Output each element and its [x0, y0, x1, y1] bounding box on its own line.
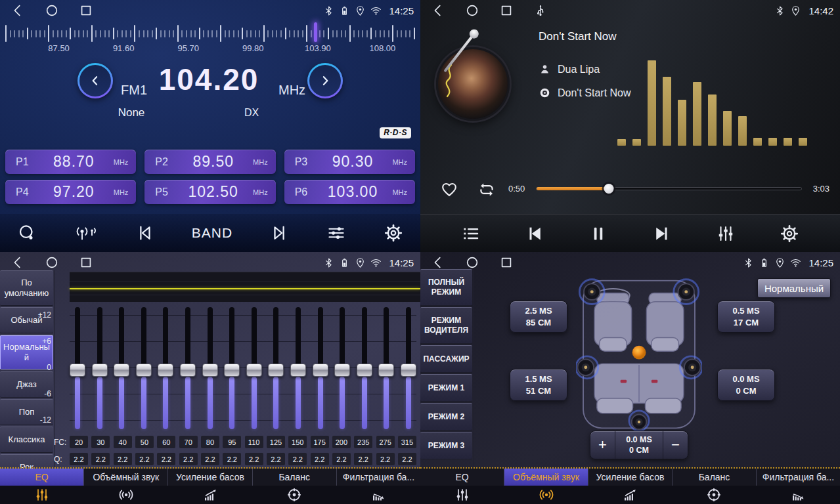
- seek-down-button[interactable]: [77, 63, 113, 98]
- q-value-cell[interactable]: 2.2: [201, 453, 219, 465]
- eq-band-slider-50[interactable]: [136, 306, 152, 430]
- tab-2[interactable]: Объёмный звук: [504, 469, 588, 486]
- eq-band-slider-20[interactable]: [70, 306, 85, 430]
- tab-icon-cell-3[interactable]: [168, 487, 252, 503]
- staging-mode-4[interactable]: РЕЖИМ 1: [420, 374, 472, 402]
- slider-handle[interactable]: [224, 364, 240, 377]
- previous-track-icon[interactable]: [525, 224, 544, 243]
- q-value-cell[interactable]: 2.2: [311, 453, 329, 465]
- slider-handle[interactable]: [92, 364, 108, 377]
- home-icon[interactable]: [45, 3, 59, 18]
- q-value-cell[interactable]: 2.2: [332, 453, 351, 465]
- q-value-cell[interactable]: 2.2: [376, 453, 395, 465]
- tab-icon-cell-1[interactable]: [0, 487, 84, 503]
- q-value-cell[interactable]: 2.2: [179, 453, 198, 465]
- scan-icon[interactable]: [17, 223, 37, 243]
- playlist-icon[interactable]: [461, 224, 481, 243]
- slider-handle[interactable]: [158, 364, 173, 377]
- eq-band-slider-40[interactable]: [114, 306, 129, 430]
- staging-mode-3[interactable]: ПАССАЖИР: [420, 345, 472, 373]
- eq-band-slider-95[interactable]: [224, 306, 240, 430]
- recents-icon[interactable]: [499, 3, 514, 18]
- fc-value-cell[interactable]: 315: [398, 436, 416, 448]
- tab-3[interactable]: Усиление басов: [168, 469, 252, 486]
- pause-icon[interactable]: [588, 224, 608, 243]
- q-value-cell[interactable]: 2.2: [245, 453, 263, 465]
- fc-value-cell[interactable]: 235: [354, 436, 372, 448]
- fc-value-cell[interactable]: 110: [245, 436, 263, 448]
- seek-up-button[interactable]: [307, 63, 343, 98]
- staging-preset-button[interactable]: Нормальный: [757, 278, 831, 298]
- q-value-cell[interactable]: 2.2: [157, 453, 175, 465]
- tab-icon-cell-1[interactable]: [420, 487, 504, 503]
- back-icon[interactable]: [431, 255, 445, 270]
- q-value-cell[interactable]: 2.2: [70, 453, 88, 465]
- tab-icon-cell-5[interactable]: [336, 487, 420, 503]
- fc-value-cell[interactable]: 125: [267, 436, 285, 448]
- eq-band-slider-30[interactable]: [92, 306, 108, 430]
- staging-mode-5[interactable]: РЕЖИМ 2: [420, 403, 472, 430]
- slider-handle[interactable]: [136, 364, 152, 377]
- preset-button-p5[interactable]: P5 102.50 MHz: [144, 180, 275, 204]
- slider-handle[interactable]: [401, 364, 416, 377]
- dial-indicator[interactable]: [314, 22, 317, 42]
- fc-value-cell[interactable]: 60: [157, 436, 175, 448]
- tab-4[interactable]: Баланс: [673, 469, 757, 486]
- eq-band-slider-235[interactable]: [357, 306, 372, 430]
- home-icon[interactable]: [45, 255, 59, 270]
- eq-band-slider-70[interactable]: [180, 306, 196, 430]
- preset-button-p6[interactable]: P6 103.00 MHz: [284, 180, 415, 204]
- fc-value-cell[interactable]: 175: [311, 436, 329, 448]
- slider-handle[interactable]: [334, 364, 350, 377]
- tab-1[interactable]: EQ: [0, 469, 84, 486]
- tab-2[interactable]: Объёмный звук: [84, 469, 168, 486]
- gear-icon[interactable]: [384, 223, 403, 243]
- front-left-delay-button[interactable]: 2.5 MS 85 CM: [510, 301, 567, 333]
- fc-value-cell[interactable]: 80: [201, 436, 219, 448]
- fc-value-cell[interactable]: 30: [91, 436, 110, 448]
- q-value-cell[interactable]: 2.2: [135, 453, 154, 465]
- q-value-cell[interactable]: 2.2: [114, 453, 132, 465]
- fc-value-cell[interactable]: 200: [332, 436, 351, 448]
- back-icon[interactable]: [431, 3, 445, 18]
- fc-value-cell[interactable]: 150: [288, 436, 307, 448]
- eq-band-slider-315[interactable]: [401, 306, 416, 430]
- progress-knob[interactable]: [604, 184, 614, 194]
- fc-value-cell[interactable]: 50: [135, 436, 154, 448]
- q-value-cell[interactable]: 2.2: [91, 453, 110, 465]
- increase-delay-button[interactable]: +: [590, 431, 615, 459]
- preset-button-p4[interactable]: P4 97.20 MHz: [5, 180, 136, 204]
- tab-5[interactable]: Фильтрация ба...: [757, 469, 840, 486]
- staging-mode-2[interactable]: РЕЖИМ ВОДИТЕЛЯ: [420, 307, 472, 344]
- eq-band-slider-80[interactable]: [202, 306, 218, 430]
- front-right-delay-button[interactable]: 0.5 MS 17 CM: [717, 301, 775, 333]
- eq-band-slider-200[interactable]: [334, 306, 350, 430]
- q-value-cell[interactable]: 2.2: [288, 453, 307, 465]
- preset-button-p2[interactable]: P2 89.50 MHz: [144, 150, 275, 174]
- tab-1[interactable]: EQ: [420, 469, 504, 486]
- tab-3[interactable]: Усиление басов: [588, 469, 673, 486]
- fc-value-cell[interactable]: 20: [70, 436, 88, 448]
- recents-icon[interactable]: [79, 255, 93, 270]
- eq-band-slider-150[interactable]: [290, 306, 306, 430]
- tab-icon-cell-4[interactable]: [252, 487, 336, 503]
- tab-4[interactable]: Баланс: [253, 469, 337, 486]
- eq-preset-1[interactable]: По умолчанию: [0, 270, 53, 306]
- rear-left-delay-button[interactable]: 1.5 MS 51 CM: [510, 369, 567, 401]
- tab-icon-cell-2[interactable]: [84, 487, 168, 503]
- slider-handle[interactable]: [378, 364, 394, 377]
- slider-handle[interactable]: [290, 364, 306, 377]
- eq-preset-6[interactable]: Классика: [0, 427, 53, 453]
- band-button[interactable]: BAND: [192, 225, 232, 241]
- eq-band-slider-275[interactable]: [378, 306, 394, 430]
- favorite-icon[interactable]: [440, 180, 458, 198]
- tab-icon-cell-5[interactable]: [756, 487, 840, 503]
- rear-right-delay-button[interactable]: 0.0 MS 0 CM: [717, 369, 775, 401]
- staging-mode-6[interactable]: РЕЖИМ 3: [420, 432, 472, 459]
- recents-icon[interactable]: [499, 255, 514, 270]
- home-icon[interactable]: [465, 255, 479, 270]
- decrease-delay-button[interactable]: −: [663, 431, 688, 459]
- next-track-icon[interactable]: [652, 224, 672, 243]
- fc-value-cell[interactable]: 70: [179, 436, 198, 448]
- fc-value-cell[interactable]: 95: [223, 436, 241, 448]
